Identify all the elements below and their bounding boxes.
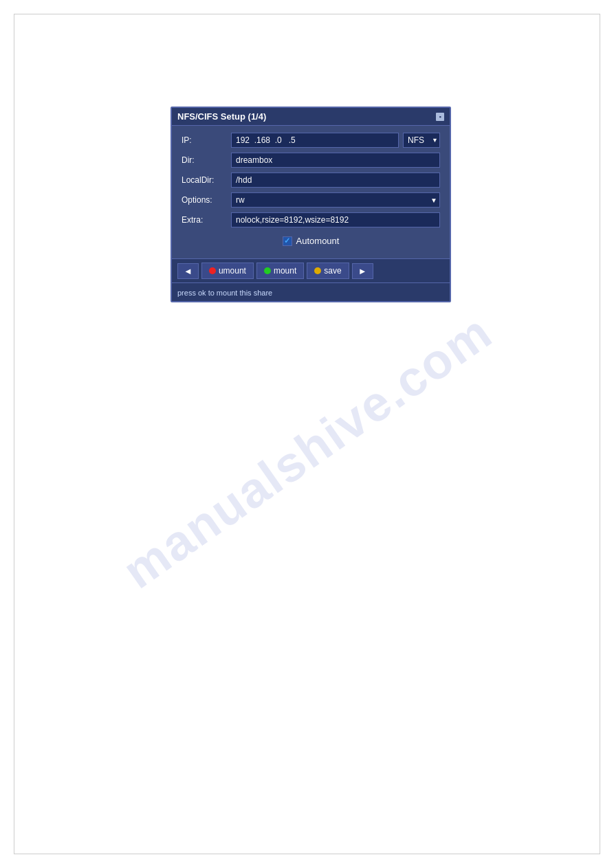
button-bar: ◄ umount mount save ►: [172, 258, 450, 282]
options-label: Options:: [182, 195, 231, 205]
extra-row: Extra:: [182, 212, 440, 227]
options-select[interactable]: rw ro: [231, 192, 440, 208]
close-icon[interactable]: ▪: [436, 113, 444, 121]
dialog-titlebar: NFS/CIFS Setup (1/4) ▪: [172, 108, 450, 126]
mount-dot: [264, 267, 271, 274]
dir-input[interactable]: [231, 153, 440, 168]
next-button[interactable]: ►: [352, 263, 373, 279]
status-text: press ok to mount this share: [177, 289, 272, 297]
mount-label: mount: [274, 266, 296, 276]
localdir-label: LocalDir:: [182, 175, 231, 185]
automount-label: Automount: [296, 236, 340, 246]
localdir-input[interactable]: [231, 173, 440, 188]
mount-button[interactable]: mount: [256, 263, 304, 279]
dialog-body: IP: NFS CIFS ▼ Dir:: [172, 126, 450, 258]
ip-nfs-container: NFS CIFS ▼: [231, 133, 440, 148]
status-bar: press ok to mount this share: [172, 282, 450, 301]
save-label: save: [324, 266, 341, 276]
extra-input[interactable]: [231, 212, 440, 227]
options-select-wrapper: rw ro ▼: [231, 192, 440, 208]
ip-row: IP: NFS CIFS ▼: [182, 133, 440, 148]
nfs-cifs-dialog: NFS/CIFS Setup (1/4) ▪ IP: NFS CIFS ▼: [171, 107, 451, 302]
options-row: Options: rw ro ▼: [182, 192, 440, 208]
ip-input[interactable]: [231, 133, 399, 148]
umount-dot: [209, 267, 216, 274]
save-dot: [314, 267, 321, 274]
automount-checkbox[interactable]: ✓: [283, 236, 292, 246]
ip-label: IP:: [182, 135, 231, 145]
dialog-title: NFS/CIFS Setup (1/4): [177, 111, 266, 122]
nfs-select-wrapper: NFS CIFS ▼: [403, 133, 440, 148]
localdir-row: LocalDir:: [182, 173, 440, 188]
nfs-select[interactable]: NFS CIFS: [403, 133, 440, 148]
dialog-container: NFS/CIFS Setup (1/4) ▪ IP: NFS CIFS ▼: [171, 107, 451, 302]
umount-label: umount: [219, 266, 246, 276]
umount-button[interactable]: umount: [201, 263, 254, 279]
automount-checkmark: ✓: [284, 236, 290, 245]
save-button[interactable]: save: [307, 263, 349, 279]
dir-row: Dir:: [182, 153, 440, 168]
extra-label: Extra:: [182, 215, 231, 225]
automount-row: ✓ Automount: [182, 236, 440, 246]
dir-label: Dir:: [182, 155, 231, 165]
prev-button[interactable]: ◄: [177, 263, 199, 279]
